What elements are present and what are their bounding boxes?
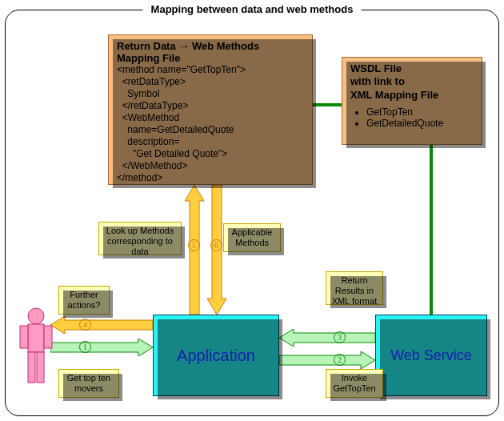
web-service-label: Web Service — [390, 347, 472, 364]
mapping-file-code: <method name="GetTopTen"> <retDataType> … — [117, 64, 304, 184]
svg-rect-4 — [28, 352, 35, 383]
svg-marker-8 — [50, 316, 153, 334]
svg-rect-1 — [28, 324, 44, 352]
arrow-invoke — [279, 351, 375, 369]
user-actor-icon — [18, 307, 54, 387]
step-circle-1: 1 — [79, 341, 91, 353]
svg-rect-3 — [44, 326, 52, 348]
step-circle-4: 4 — [79, 319, 91, 331]
note-applicable-methods: Applicable Methods — [223, 223, 281, 252]
mapping-file-heading: Return Data → Web Methods Mapping File — [117, 40, 304, 64]
wsdl-heading: WSDL File with link to XML Mapping File — [350, 62, 474, 102]
mapping-file-box: Return Data → Web Methods Mapping File <… — [108, 34, 313, 185]
application-label: Application — [177, 347, 255, 365]
step-circle-3: 3 — [334, 331, 346, 343]
arrow-further-actions — [50, 316, 153, 334]
arrow-return-results — [279, 329, 375, 347]
note-lookup-methods: Look up Methods corresponding to data — [98, 222, 182, 255]
svg-rect-5 — [37, 352, 44, 383]
svg-marker-11 — [279, 351, 375, 369]
diagram-frame: Mapping between data and web methods Ret… — [0, 0, 504, 421]
note-further-actions: Further actions? — [58, 286, 110, 315]
note-invoke-gettopten: Invoke GetTopTen — [326, 369, 383, 398]
wsdl-item: GetTopTen — [366, 106, 474, 118]
diagram-panel: Mapping between data and web methods Ret… — [5, 10, 499, 416]
note-return-results: Return Results in XML format — [326, 271, 383, 305]
svg-rect-2 — [20, 326, 28, 348]
step-circle-5: 5 — [188, 239, 200, 251]
wsdl-file-box: WSDL File with link to XML Mapping File … — [342, 57, 482, 145]
svg-point-0 — [28, 308, 44, 324]
step-circle-6: 6 — [210, 239, 222, 251]
step-circle-2: 2 — [334, 354, 346, 366]
diagram-title: Mapping between data and web methods — [143, 3, 362, 15]
svg-marker-9 — [50, 339, 153, 356]
wsdl-list: GetTopTen GetDetailedQuote — [355, 106, 474, 129]
wsdl-item: GetDetailedQuote — [366, 118, 474, 129]
note-get-top-ten: Get top ten movers — [58, 369, 119, 398]
application-box: Application — [153, 315, 279, 396]
connector-mapping-wsdl — [313, 103, 342, 106]
connector-wsdl-webservice — [430, 145, 433, 315]
arrow-get-top-ten — [50, 339, 153, 356]
web-service-box: Web Service — [375, 315, 487, 396]
svg-marker-10 — [279, 329, 375, 347]
